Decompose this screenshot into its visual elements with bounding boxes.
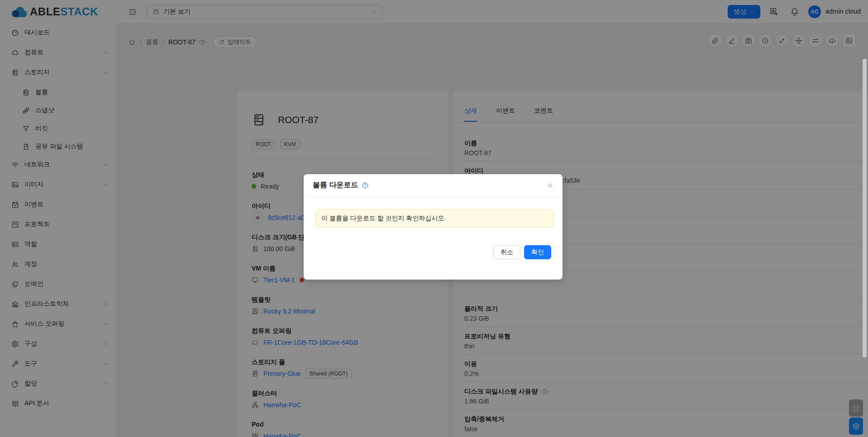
help-icon[interactable] — [362, 182, 369, 189]
cancel-button[interactable]: 취소 — [493, 245, 520, 259]
confirmation-alert-text: 이 볼륨을 다운로드 할 것인지 확인하십시오. — [321, 214, 446, 223]
download-volume-modal: 볼륨 다운로드 이 볼륨을 다운로드 할 것인지 확인하십시오. 취소 확인 — [304, 174, 563, 280]
close-icon[interactable] — [547, 182, 553, 189]
modal-title: 볼륨 다운로드 — [313, 180, 358, 190]
modal-footer: 취소 확인 — [304, 245, 551, 259]
modal-header: 볼륨 다운로드 — [304, 174, 563, 197]
scrollbar-thumb[interactable] — [863, 59, 867, 357]
ok-button[interactable]: 확인 — [524, 245, 551, 259]
confirmation-alert: 이 볼륨을 다운로드 할 것인지 확인하십시오. — [315, 209, 553, 228]
